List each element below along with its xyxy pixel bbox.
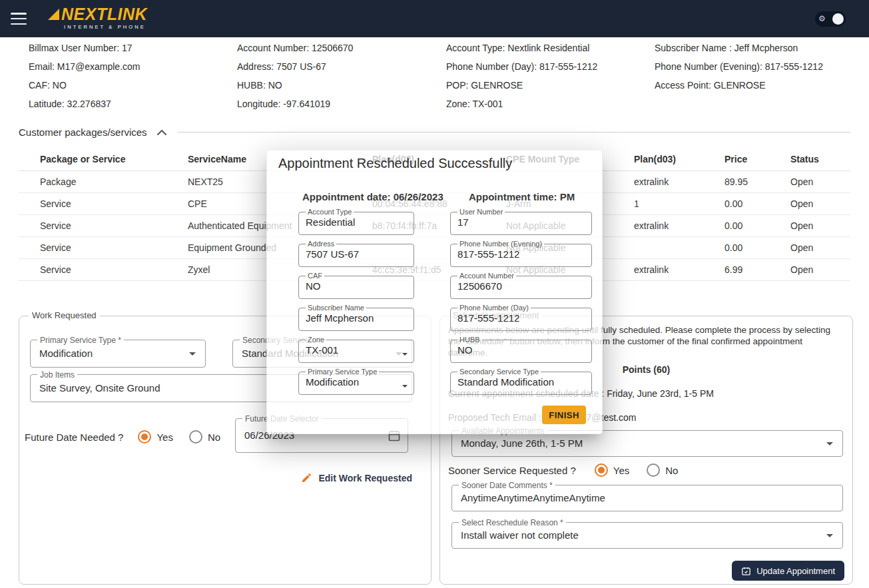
available-appointments-value: Monday, June 26th, 1-5 PM — [461, 438, 842, 449]
modal-field-label: Phone Number (Evening) — [457, 240, 544, 248]
customer-info-item: Access Point: GLENROSE — [655, 76, 823, 95]
col-header-status: Status — [790, 148, 850, 170]
reschedule-reason-label: Select Reschedule Reason * — [459, 518, 566, 527]
modal-field-label: Phone Number (Day) — [457, 304, 531, 312]
modal-title: Appointment Rescheduled Successfully — [278, 156, 512, 171]
sooner-date-comments-value: AnytimeAnytimeAnytimeAnytime — [461, 492, 842, 503]
modal-field-value: Jeff Mcpherson — [306, 312, 407, 324]
modal-field-label: HUBB — [457, 336, 482, 344]
appointment-time-text: Appointment time: PM — [469, 191, 575, 202]
sooner-service-label: Sooner Service Requested ? — [448, 465, 576, 476]
customer-info-column: Account Type: Nextlink Residential Phone… — [446, 39, 655, 113]
reschedule-reason-value: Install waiver not complete — [461, 529, 842, 541]
modal-field-user-number[interactable]: User Number 17 — [450, 208, 592, 235]
finish-button[interactable]: FINISH — [542, 406, 586, 424]
sooner-no-radio[interactable] — [647, 463, 660, 477]
edit-work-requested-button[interactable]: Edit Work Requested — [301, 472, 412, 483]
customer-info-item: Zone: TX-001 — [446, 95, 655, 113]
table-cell: Open — [790, 236, 850, 258]
caret-down-icon — [402, 385, 408, 388]
modal-field-account-number[interactable]: Account Number 12506670 — [450, 272, 592, 299]
edit-work-requested-label: Edit Work Requested — [318, 473, 412, 483]
modal-field-caf[interactable]: CAF NO — [298, 272, 414, 299]
table-cell: 6.99 — [724, 258, 790, 280]
customer-info-item: Email: M17@example.com — [29, 57, 237, 76]
modal-field-label: Address — [306, 240, 336, 248]
table-cell: Package — [19, 170, 188, 192]
modal-field-value: 817-555-1212 — [457, 248, 585, 260]
future-date-yes-option[interactable]: Yes — [156, 432, 172, 443]
sooner-yes-radio[interactable] — [595, 463, 608, 477]
modal-field-label: Subscriber Name — [306, 304, 366, 312]
modal-field-primary-service-type[interactable]: Primary Service Type Modification — [298, 368, 414, 395]
modal-field-secondary-service-type[interactable]: Secondary Service Type Standard Modifica… — [450, 368, 592, 395]
customer-info-item: CAF: NO — [29, 76, 237, 95]
reschedule-reason-select[interactable]: Select Reschedule Reason * Install waive… — [451, 522, 843, 549]
customer-info-item: POP: GLENROSE — [446, 76, 655, 95]
table-cell: Service — [19, 236, 188, 258]
table-cell: Open — [790, 214, 850, 236]
chevron-up-icon — [156, 129, 167, 135]
primary-service-type-label: Primary Service Type * — [37, 336, 124, 345]
future-date-needed-group: Future Date Needed ? Yes No — [25, 429, 220, 445]
caret-down-icon — [826, 534, 833, 537]
table-cell: 0.00 — [724, 236, 790, 258]
future-date-yes-radio[interactable] — [138, 430, 151, 443]
update-appointment-button[interactable]: Update Appointment — [732, 561, 844, 581]
hamburger-icon — [11, 13, 27, 15]
sooner-yes-option[interactable]: Yes — [613, 465, 629, 476]
logo-arrow-icon — [48, 9, 59, 20]
future-date-no-option[interactable]: No — [208, 432, 220, 443]
theme-toggle[interactable]: ⚙ — [815, 11, 846, 27]
update-appointment-label: Update Appointment — [756, 566, 835, 576]
hamburger-icon — [11, 18, 27, 20]
table-cell: Service — [19, 258, 188, 280]
future-date-no-radio[interactable] — [189, 430, 202, 443]
modal-field-zone[interactable]: Zone TX-001 — [298, 336, 414, 363]
menu-button[interactable] — [11, 13, 27, 25]
work-requested-legend: Work Requested — [29, 310, 100, 321]
primary-service-type-select[interactable]: Primary Service Type * Modification — [30, 340, 206, 368]
customer-info-item: HUBB: NO — [237, 76, 446, 95]
table-cell: extralink — [634, 258, 724, 280]
sooner-date-comments-label: Sooner Date Comments * — [459, 481, 555, 490]
table-cell — [634, 236, 724, 258]
modal-field-value: 12506670 — [457, 280, 585, 292]
sooner-no-option[interactable]: No — [665, 465, 678, 476]
modal-field-label: CAF — [306, 272, 324, 280]
modal-field-subscriber-name[interactable]: Subscriber Name Jeff Mcpherson — [298, 304, 414, 331]
customer-info-section: Billmax User Number: 17 Email: M17@examp… — [29, 39, 823, 113]
sooner-date-comments-field[interactable]: Sooner Date Comments * AnytimeAnytimeAny… — [451, 485, 843, 511]
collapse-button[interactable] — [155, 128, 168, 137]
col-header-plan-d03: Plan(d03) — [634, 148, 724, 170]
modal-field-value: Standard Modification — [457, 376, 585, 388]
reschedule-success-modal: Appointment Rescheduled Successfully App… — [266, 150, 603, 434]
modal-field-label: Primary Service Type — [306, 368, 379, 376]
pencil-icon — [301, 472, 312, 483]
nextlink-logo: NEXTLINK INTERNET & PHONE — [48, 6, 147, 30]
table-cell: Service — [19, 214, 188, 236]
primary-service-type-value: Modification — [39, 348, 205, 359]
hamburger-icon — [11, 23, 27, 25]
modal-field-account-type[interactable]: Account Type Residential — [298, 208, 414, 235]
caret-down-icon — [402, 353, 408, 356]
col-header-package-or-service: Package or Service — [19, 148, 188, 170]
customer-info-column: Account Number: 12506670 Address: 7507 U… — [237, 39, 446, 113]
caret-down-icon — [189, 352, 196, 356]
packages-section-header: Customer packages/services — [19, 127, 850, 138]
customer-info-item: Phone Number (Evening): 817-555-1212 — [655, 57, 823, 76]
available-appointments-select[interactable]: Available Appointments Monday, June 26th… — [451, 430, 843, 457]
customer-info-item: Address: 7507 US-67 — [237, 57, 446, 76]
modal-field-address[interactable]: Address 7507 US-67 — [298, 240, 414, 267]
customer-info-item: Subscriber Name : Jeff Mcpherson — [655, 39, 823, 57]
gear-icon: ⚙ — [818, 14, 826, 23]
modal-field-hubb[interactable]: HUBB NO — [450, 336, 592, 363]
modal-field-value: 17 — [457, 216, 585, 228]
modal-field-phone-evening[interactable]: Phone Number (Evening) 817-555-1212 — [450, 240, 592, 267]
modal-field-label: User Number — [457, 208, 505, 216]
modal-field-value: Modification — [306, 376, 407, 388]
modal-fields-grid: Account Type Residential User Number 17 … — [298, 208, 592, 395]
modal-field-phone-day[interactable]: Phone Number (Day) 817-555-1212 — [450, 304, 592, 331]
table-cell: extralink — [634, 170, 724, 192]
modal-field-label: Secondary Service Type — [457, 368, 541, 376]
